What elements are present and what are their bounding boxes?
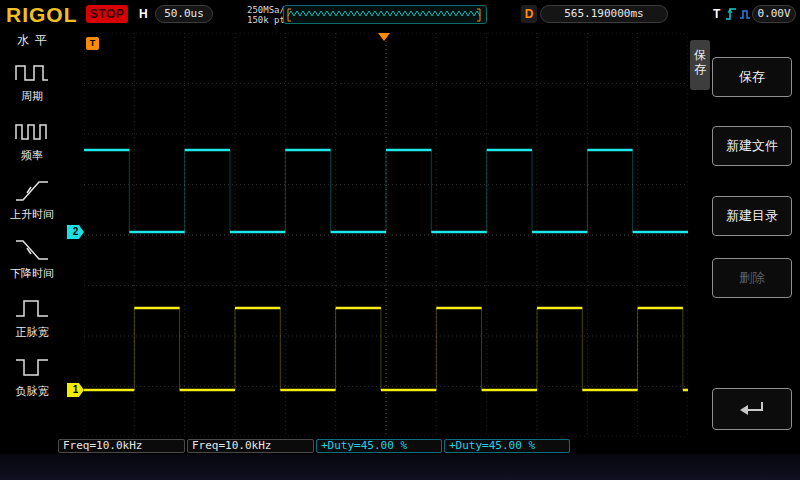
run-state-badge: STOP [86,5,128,23]
measurement-duty-1: +Duty=45.00 % [316,439,442,453]
sidebar-item-label: 上升时间 [10,207,54,222]
delay-readout: 565.190000ms [540,5,668,23]
sidebar-item-label: 下降时间 [10,266,54,281]
memory-waveform-preview [283,5,487,24]
sidebar-item-period[interactable]: 周期 [0,52,64,111]
waveform-display [84,33,688,437]
left-measure-menu: 水平 周期 频率 上升时间 下降时间 正脉宽 负脉宽 [0,30,64,454]
right-soft-menu: 保存 保存 新建文件 新建目录 删除 [688,30,800,454]
trigger-level-readout: 0.00V [752,5,796,23]
sidebar-item-fall-time[interactable]: 下降时间 [0,229,64,288]
channel2-offset-marker[interactable]: 2 [67,225,84,239]
negative-pulse-width-icon [14,354,50,382]
horizontal-label: H [139,7,148,21]
sidebar-item-label: 频率 [21,148,43,163]
measurement-freq-1: Freq=10.0kHz [58,439,185,453]
sidebar-item-label: 正脉宽 [16,325,49,340]
top-status-bar: RIGOL STOP H 50.0us 250MSa/s 150k pts D … [0,0,800,30]
sidebar-item-rise-time[interactable]: 上升时间 [0,170,64,229]
enter-arrow-icon [736,397,768,421]
trigger-corner-label: T [86,37,99,50]
trigger-label: T [713,7,720,21]
timebase-readout: 50.0us [155,5,213,23]
channel-status-bar: 1 2.00 V 2 2.00 V 3 10.0 V 4 5.00 A [0,454,800,480]
brand-logo: RIGOL [6,3,78,27]
fall-time-icon [14,236,50,264]
trigger-position-marker[interactable] [378,33,390,41]
save-button[interactable]: 保存 [712,57,792,97]
delay-label: D [521,5,537,23]
new-folder-button[interactable]: 新建目录 [712,196,792,236]
rise-time-icon [14,177,50,205]
sidebar-item-frequency[interactable]: 频率 [0,111,64,170]
trigger-source-icon [739,8,751,21]
sidebar-item-label: 负脉宽 [16,384,49,399]
channel1-offset-marker[interactable]: 1 [67,383,84,397]
left-menu-title: 水平 [0,30,64,52]
measurement-freq-2: Freq=10.0kHz [187,439,314,453]
measurement-duty-2: +Duty=45.00 % [444,439,570,453]
new-file-button[interactable]: 新建文件 [712,126,792,166]
return-button[interactable] [712,388,792,430]
memory-waveform-icon [284,6,486,23]
sidebar-item-positive-pulse-width[interactable]: 正脉宽 [0,288,64,347]
frequency-icon [14,118,50,146]
positive-pulse-width-icon [14,295,50,323]
trigger-slope-icon [725,6,737,22]
sidebar-item-label: 周期 [21,89,43,104]
sidebar-item-negative-pulse-width[interactable]: 负脉宽 [0,347,64,406]
period-icon [14,59,50,87]
delete-button[interactable]: 删除 [712,258,792,298]
menu-tab-save: 保存 [690,40,710,90]
